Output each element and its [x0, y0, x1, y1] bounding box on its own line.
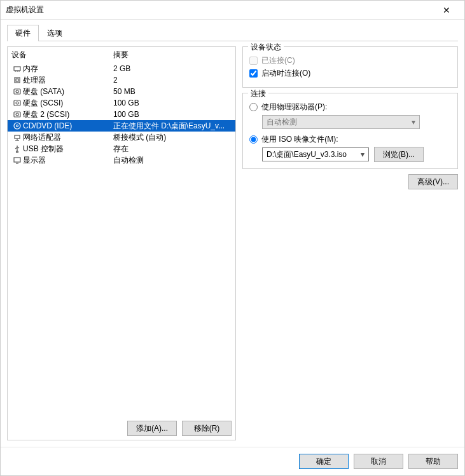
checkbox-connected-input: [249, 57, 258, 65]
device-summary: 2 GB: [113, 64, 232, 73]
checkbox-poweron[interactable]: 启动时连接(O): [249, 68, 451, 79]
legend-status: 设备状态: [248, 42, 284, 53]
left-panel: 设备 摘要 内存2 GB处理器2硬盘 (SATA)50 MB硬盘 (SCSI)1…: [7, 46, 236, 440]
cpu-icon: [11, 76, 23, 85]
device-summary: 50 MB: [113, 87, 232, 96]
body: 设备 摘要 内存2 GB处理器2硬盘 (SATA)50 MB硬盘 (SCSI)1…: [7, 41, 458, 440]
physical-drive-value: 自动检测: [267, 117, 297, 128]
device-summary: 2: [113, 76, 232, 85]
device-summary: 存在: [113, 144, 232, 154]
device-name: 硬盘 (SATA): [23, 86, 113, 97]
memory-icon: [11, 64, 23, 73]
header-device: 设备: [11, 50, 113, 60]
svg-rect-14: [15, 135, 20, 139]
device-summary: 100 GB: [113, 99, 232, 107]
device-name: 硬盘 2 (SCSI): [23, 109, 113, 120]
radio-iso[interactable]: 使用 ISO 映像文件(M):: [249, 134, 451, 145]
close-icon[interactable]: ✕: [434, 5, 459, 15]
tab-options[interactable]: 选项: [39, 25, 71, 41]
svg-rect-10: [14, 112, 20, 117]
footer: 确定 取消 帮助: [1, 447, 464, 475]
radio-physical-input[interactable]: [249, 103, 258, 111]
usb-icon: [11, 144, 23, 153]
device-name: CD/DVD (IDE): [23, 121, 113, 130]
device-row[interactable]: 内存2 GB: [8, 63, 235, 74]
iso-path-combo[interactable]: D:\桌面\EasyU_v3.3.iso: [262, 147, 369, 161]
device-list[interactable]: 内存2 GB处理器2硬盘 (SATA)50 MB硬盘 (SCSI)100 GB硬…: [8, 63, 235, 417]
svg-rect-0: [14, 67, 20, 71]
physical-drive-select: 自动检测: [262, 115, 420, 129]
device-name: 硬盘 (SCSI): [23, 98, 113, 109]
radio-iso-label: 使用 ISO 映像文件(M):: [261, 134, 338, 145]
device-name: 处理器: [23, 75, 113, 86]
disk-icon: [11, 99, 23, 107]
titlebar: 虚拟机设置 ✕: [1, 1, 464, 20]
advanced-button[interactable]: 高级(V)...: [408, 174, 458, 189]
ok-button[interactable]: 确定: [299, 454, 349, 469]
device-row[interactable]: 硬盘 (SCSI)100 GB: [8, 97, 235, 109]
iso-path-value: D:\桌面\EasyU_v3.3.iso: [267, 149, 347, 160]
svg-point-7: [16, 90, 18, 93]
svg-point-11: [16, 113, 18, 116]
help-button[interactable]: 帮助: [408, 454, 458, 469]
device-summary: 自动检测: [113, 155, 232, 166]
device-row[interactable]: 显示器自动检测: [8, 154, 235, 166]
group-connection: 连接 使用物理驱动器(P): 自动检测 使用 ISO 映像文件(M):: [242, 93, 458, 169]
device-row[interactable]: CD/DVD (IDE)正在使用文件 D:\桌面\EasyU_v...: [8, 120, 235, 132]
device-summary: 100 GB: [113, 110, 232, 119]
disk-icon: [11, 87, 23, 96]
cd-icon: [11, 121, 23, 130]
svg-point-9: [16, 102, 18, 104]
vm-settings-window: 虚拟机设置 ✕ 硬件 选项 设备 摘要 内存2 GB处理器2硬盘 (SATA)5…: [0, 0, 465, 476]
add-button[interactable]: 添加(A)...: [127, 421, 177, 436]
browse-button[interactable]: 浏览(B)...: [374, 147, 424, 162]
device-name: USB 控制器: [23, 144, 113, 154]
svg-rect-4: [15, 78, 20, 83]
device-row[interactable]: 网络适配器桥接模式 (自动): [8, 132, 235, 143]
tab-bar: 硬件 选项: [7, 25, 458, 41]
device-name: 内存: [23, 64, 113, 74]
checkbox-poweron-label: 启动时连接(O): [261, 68, 310, 79]
svg-rect-8: [14, 100, 20, 105]
radio-physical-label: 使用物理驱动器(P):: [261, 102, 327, 112]
tab-hardware[interactable]: 硬件: [7, 25, 39, 41]
window-title: 虚拟机设置: [6, 4, 434, 15]
disk-icon: [11, 110, 23, 119]
cancel-button[interactable]: 取消: [354, 454, 403, 469]
device-name: 显示器: [23, 155, 113, 166]
checkbox-poweron-input[interactable]: [249, 69, 258, 78]
device-row[interactable]: 硬盘 (SATA)50 MB: [8, 86, 235, 97]
net-icon: [11, 133, 23, 142]
device-row[interactable]: 处理器2: [8, 74, 235, 86]
group-device-status: 设备状态 已连接(C) 启动时连接(O): [242, 46, 458, 88]
svg-rect-6: [14, 89, 20, 94]
checkbox-connected: 已连接(C): [249, 55, 451, 66]
svg-point-13: [17, 125, 18, 127]
checkbox-connected-label: 已连接(C): [261, 55, 295, 66]
legend-connection: 连接: [248, 88, 268, 99]
remove-button[interactable]: 移除(R): [182, 421, 232, 436]
device-summary: 桥接模式 (自动): [113, 132, 232, 143]
svg-rect-19: [14, 158, 20, 162]
header-summary: 摘要: [113, 50, 232, 60]
device-header: 设备 摘要: [8, 47, 235, 63]
device-name: 网络适配器: [23, 132, 113, 143]
display-icon: [11, 156, 23, 165]
svg-point-12: [14, 123, 20, 129]
svg-rect-5: [16, 79, 18, 81]
content: 硬件 选项 设备 摘要 内存2 GB处理器2硬盘 (SATA)50 MB硬盘 (…: [1, 20, 464, 447]
right-panel: 设备状态 已连接(C) 启动时连接(O) 连接 使用物理驱动器(P):: [242, 46, 458, 440]
left-buttons: 添加(A)... 移除(R): [8, 417, 235, 440]
device-row[interactable]: 硬盘 2 (SCSI)100 GB: [8, 109, 235, 120]
device-row[interactable]: USB 控制器存在: [8, 143, 235, 154]
radio-iso-input[interactable]: [249, 135, 258, 144]
device-summary: 正在使用文件 D:\桌面\EasyU_v...: [113, 121, 232, 132]
advanced-row: 高级(V)...: [242, 174, 458, 189]
radio-physical[interactable]: 使用物理驱动器(P):: [249, 102, 451, 112]
